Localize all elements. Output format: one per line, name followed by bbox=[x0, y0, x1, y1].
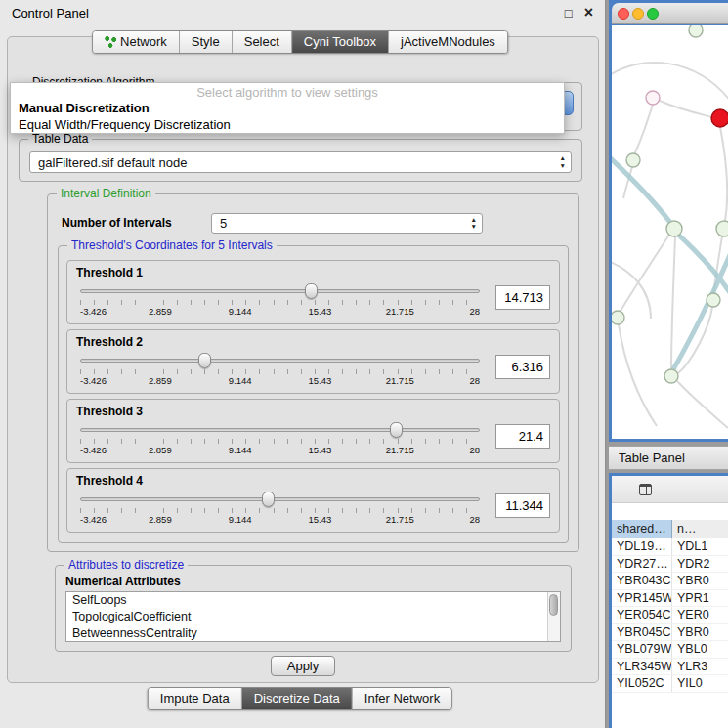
cell-shared-name[interactable]: YBL079W bbox=[612, 641, 672, 658]
cell-name[interactable]: YPR1 bbox=[672, 590, 728, 607]
table-row[interactable]: YER054C YER0 bbox=[612, 607, 728, 624]
table-row[interactable]: YBR045C YBR0 bbox=[612, 624, 728, 642]
slider-ticks bbox=[80, 300, 480, 305]
tab-label: jActiveMNodules bbox=[401, 34, 495, 49]
column-header-name[interactable]: n… bbox=[672, 520, 728, 538]
column-header-shared-name[interactable]: shared… bbox=[612, 520, 672, 538]
slider-track[interactable] bbox=[80, 497, 480, 501]
network-node[interactable] bbox=[707, 293, 720, 307]
scale-tick-label: -3.426 bbox=[80, 514, 107, 525]
close-traffic-light-icon[interactable] bbox=[618, 8, 629, 20]
tab[interactable]: jActiveMNodules bbox=[389, 31, 507, 53]
apply-button[interactable]: Apply bbox=[271, 656, 335, 676]
slider-track[interactable] bbox=[80, 428, 480, 432]
table-header-row: shared… n… bbox=[612, 520, 728, 538]
threshold-slider[interactable] bbox=[80, 492, 480, 508]
table-row[interactable]: YDR27… YDR2 bbox=[612, 556, 728, 574]
scale-tick-label: 2.859 bbox=[149, 445, 172, 455]
dropdown-option[interactable]: Equal Width/Frequency Discretization bbox=[13, 117, 564, 133]
cell-shared-name[interactable]: YDL19… bbox=[612, 538, 672, 555]
num-intervals-label: Number of Intervals bbox=[62, 216, 172, 230]
close-window-icon[interactable]: × bbox=[584, 4, 593, 21]
threshold-slider[interactable] bbox=[80, 283, 480, 300]
threshold-value-input[interactable]: 11.344 bbox=[495, 493, 550, 518]
cell-name[interactable]: YBR0 bbox=[672, 624, 728, 641]
network-node[interactable] bbox=[626, 153, 640, 167]
threshold-value-input[interactable]: 21.4 bbox=[495, 424, 550, 449]
tab[interactable]: Discretize Data bbox=[242, 688, 353, 709]
combo-stepper-icon: ▲ ▼ bbox=[560, 155, 566, 169]
zoom-traffic-light-icon[interactable] bbox=[647, 8, 659, 20]
network-canvas[interactable] bbox=[612, 25, 728, 439]
tab[interactable]: Select bbox=[233, 31, 292, 53]
slider-track[interactable] bbox=[80, 289, 480, 293]
table-data-select[interactable]: galFiltered.sif default node ▲ ▼ bbox=[29, 151, 572, 173]
network-node[interactable] bbox=[666, 221, 682, 236]
cell-shared-name[interactable]: YDR27… bbox=[612, 556, 672, 573]
list-scrollbar[interactable] bbox=[547, 592, 560, 641]
threshold-slider[interactable] bbox=[80, 422, 480, 439]
dropdown-option[interactable]: Manual Discretization bbox=[13, 101, 564, 116]
network-graph[interactable] bbox=[612, 25, 728, 439]
table-row[interactable]: YDL19… YDL1 bbox=[612, 538, 728, 556]
slider-ticks bbox=[80, 369, 480, 374]
tab[interactable]: Network bbox=[93, 31, 180, 53]
table-row[interactable]: YLR345W YLR3 bbox=[612, 659, 728, 676]
tab[interactable]: Impute Data bbox=[149, 688, 242, 709]
cell-name[interactable]: YLR3 bbox=[672, 659, 728, 675]
network-node[interactable] bbox=[689, 25, 703, 37]
minimize-traffic-light-icon[interactable] bbox=[632, 8, 644, 20]
table-data-group: Table Data galFiltered.sif default node … bbox=[19, 139, 582, 182]
network-node[interactable] bbox=[612, 311, 624, 324]
slider-track[interactable] bbox=[80, 359, 480, 363]
table-row[interactable]: YPR145W YPR1 bbox=[612, 590, 728, 608]
threshold-label: Threshold 1 bbox=[76, 266, 550, 279]
scale-tick-label: 2.859 bbox=[149, 375, 172, 386]
cell-name[interactable]: YIL0 bbox=[672, 675, 728, 692]
threshold-value-input[interactable]: 14.713 bbox=[495, 285, 550, 310]
tab[interactable]: Cyni Toolbox bbox=[292, 31, 389, 53]
scale-tick-label: 21.715 bbox=[386, 375, 414, 386]
algorithm-dropdown-popup: Select algorithm to view settings Manual… bbox=[10, 82, 565, 134]
scale-tick-label: 15.43 bbox=[309, 514, 332, 525]
attributes-group-label: Attributes to discretize bbox=[64, 558, 188, 573]
float-window-icon[interactable]: □ bbox=[565, 6, 573, 21]
list-item[interactable]: TopologicalCoefficient bbox=[66, 609, 560, 625]
cell-name[interactable]: YDL1 bbox=[672, 538, 728, 555]
cell-name[interactable]: YBL0 bbox=[672, 641, 728, 658]
slider-thumb[interactable] bbox=[262, 492, 275, 507]
tab-label: Select bbox=[244, 34, 279, 49]
cell-name[interactable]: YER0 bbox=[672, 607, 728, 623]
network-node[interactable] bbox=[716, 221, 728, 236]
network-node[interactable] bbox=[664, 369, 678, 383]
table-row[interactable]: YIL052C YIL0 bbox=[612, 675, 728, 693]
cell-shared-name[interactable]: YBR045C bbox=[612, 624, 672, 641]
num-intervals-select[interactable]: 5 ▲ ▼ bbox=[211, 213, 483, 234]
list-item[interactable]: BetweennessCentrality bbox=[66, 625, 560, 642]
tab-label: Infer Network bbox=[364, 691, 440, 706]
threshold-value-input[interactable]: 6.316 bbox=[495, 355, 550, 379]
slider-thumb[interactable] bbox=[390, 422, 403, 438]
table-panel-header[interactable]: Table Panel bbox=[609, 446, 728, 470]
table-row[interactable]: YBL079W YBL0 bbox=[612, 641, 728, 659]
cell-name[interactable]: YDR2 bbox=[672, 556, 728, 573]
list-item[interactable]: SelfLoops bbox=[66, 592, 560, 609]
selected-network-node[interactable] bbox=[711, 109, 728, 127]
numerical-attributes-list[interactable]: SelfLoopsTopologicalCoefficientBetweenne… bbox=[65, 591, 561, 642]
network-node[interactable] bbox=[646, 91, 660, 105]
slider-thumb[interactable] bbox=[305, 283, 318, 299]
scrollbar-thumb[interactable] bbox=[549, 594, 558, 616]
table-row[interactable]: YBR043C YBR0 bbox=[612, 573, 728, 590]
cell-shared-name[interactable]: YER054C bbox=[612, 607, 672, 623]
cell-shared-name[interactable]: YIL052C bbox=[612, 675, 672, 692]
slider-thumb[interactable] bbox=[198, 353, 211, 368]
cell-shared-name[interactable]: YPR145W bbox=[612, 590, 672, 607]
tab[interactable]: Infer Network bbox=[353, 688, 451, 709]
cell-shared-name[interactable]: YLR345W bbox=[612, 659, 672, 675]
scale-tick-label: 9.144 bbox=[229, 514, 252, 525]
show-columns-icon[interactable] bbox=[639, 484, 652, 495]
threshold-slider[interactable] bbox=[80, 353, 480, 369]
cell-shared-name[interactable]: YBR043C bbox=[612, 573, 672, 589]
cell-name[interactable]: YBR0 bbox=[672, 573, 728, 589]
tab[interactable]: Style bbox=[180, 31, 233, 53]
